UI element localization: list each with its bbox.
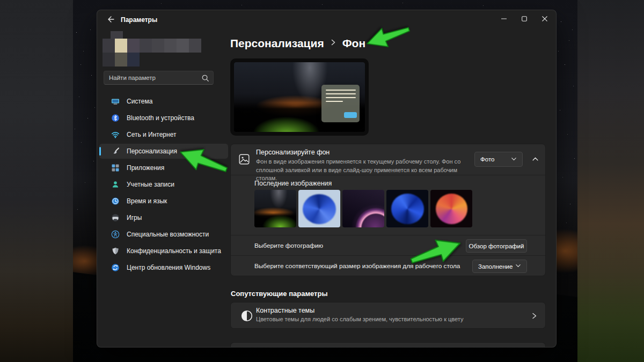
system-icon (111, 97, 120, 106)
profile-mosaic-cell (152, 39, 164, 53)
profile-mosaic-cell (103, 39, 115, 53)
sidebar-item-label: Время и язык (127, 197, 167, 205)
sidebar-item-label: Учетные записи (127, 181, 174, 188)
personalize-background-header[interactable]: Персонализируйте фон Фон в виде изображе… (231, 144, 545, 175)
selected-accent-bar (99, 147, 101, 156)
sidebar-item-gaming[interactable]: Игры (99, 210, 228, 225)
sidebar-item-windows-update[interactable]: Центр обновления Windows (99, 260, 228, 275)
contrast-themes-card[interactable]: Контрастные темы Цветовые темы для людей… (230, 302, 546, 329)
sidebar-item-system[interactable]: Система (99, 94, 228, 109)
sidebar-item-accessibility[interactable]: Специальные возможности (99, 227, 228, 242)
apps-icon (111, 164, 120, 172)
preview-mock-button (344, 112, 356, 118)
sidebar-item-time-language[interactable]: Время и язык (99, 194, 228, 209)
sidebar-item-accounts[interactable]: Учетные записи (99, 177, 228, 192)
image-fit-row: Выберите соответствующий размер изображе… (231, 255, 545, 276)
sidebar-item-network[interactable]: Сеть и Интернет (99, 127, 228, 142)
contrast-themes-description: Цветовые темы для людей со слабым зрение… (256, 316, 463, 322)
main-content: Персонализация Фон (230, 10, 546, 348)
recent-images-label: Последние изображения (254, 180, 332, 187)
search-icon (201, 74, 209, 84)
profile-mosaic-cell (115, 53, 127, 67)
breadcrumb-chevron-icon (330, 39, 336, 48)
chevron-down-icon (515, 263, 521, 270)
contrast-icon (241, 310, 253, 324)
window-title: Параметры (121, 16, 157, 24)
profile-mosaic-cell (177, 39, 189, 53)
search-input[interactable] (104, 71, 214, 85)
desktop-blur-left (0, 0, 73, 362)
sidebar-item-label: Сеть и Интернет (127, 131, 176, 138)
user-profile-redacted (103, 31, 204, 67)
search-field[interactable] (109, 72, 197, 84)
personalize-background-title: Персонализируйте фон (256, 149, 330, 156)
wallpaper-thumbnail-bloom-dark-blue[interactable] (386, 190, 428, 227)
personalize-background-card: Персонализируйте фон Фон в виде изображе… (230, 144, 546, 276)
preview-mock-window (321, 85, 360, 122)
personalization-icon (111, 147, 120, 156)
wallpaper-preview-image (234, 62, 365, 132)
recent-images-section: Последние изображения (231, 175, 545, 235)
sidebar-item-label: Приложения (127, 164, 164, 172)
collapse-section-button[interactable] (528, 155, 542, 165)
profile-mosaic-cell (127, 53, 140, 67)
wallpaper-thumbnail-bloom-multicolor[interactable] (430, 190, 472, 227)
wallpaper-thumbnail-purple-glow[interactable] (342, 190, 384, 227)
related-settings-header: Сопутствующие параметры (231, 290, 328, 298)
sidebar-item-label: Bluetooth и устройства (127, 114, 194, 122)
wallpaper-preview (230, 58, 369, 136)
profile-mosaic-cell (127, 39, 140, 53)
network-icon (111, 130, 120, 139)
sidebar-item-bluetooth[interactable]: Bluetooth и устройства (99, 110, 228, 125)
sidebar-item-label: Персонализация (127, 147, 177, 155)
sidebar-item-label: Конфиденциальность и защита (127, 247, 221, 255)
profile-mosaic-cell (111, 31, 123, 39)
chevron-down-icon (511, 156, 517, 163)
image-fit-dropdown[interactable]: Заполнение (472, 260, 527, 273)
breadcrumb: Персонализация Фон (230, 37, 365, 50)
sidebar-item-privacy[interactable]: Конфиденциальность и защита (99, 243, 228, 258)
accessibility-icon (111, 230, 120, 239)
windows-update-icon (111, 263, 120, 272)
privacy-icon (111, 247, 120, 255)
chevron-right-icon (531, 312, 538, 322)
wallpaper-thumbnail-night-sky[interactable] (254, 190, 296, 227)
choose-photo-row: Выберите фотографию Обзор фотографий (231, 235, 545, 255)
accounts-icon (111, 180, 120, 189)
background-type-value: Фото (480, 156, 494, 162)
gaming-icon (111, 213, 120, 222)
partial-settings-card[interactable] (230, 342, 546, 348)
breadcrumb-parent[interactable]: Персонализация (230, 37, 324, 50)
back-button[interactable] (103, 13, 119, 26)
profile-mosaic-cell (115, 39, 127, 53)
contrast-themes-title: Контрастные темы (256, 307, 314, 314)
bluetooth-icon (111, 114, 120, 122)
browse-photos-button[interactable]: Обзор фотографий (466, 239, 527, 253)
sidebar-item-label: Игры (127, 214, 142, 221)
background-type-dropdown[interactable]: Фото (474, 152, 523, 167)
breadcrumb-current: Фон (342, 37, 365, 50)
sidebar-item-label: Центр обновления Windows (127, 264, 210, 271)
choose-photo-label: Выберите фотографию (254, 242, 323, 249)
sidebar: СистемаBluetooth и устройстваСеть и Инте… (97, 28, 230, 347)
desktop-background: Параметры СистемаBlueto (0, 0, 644, 362)
chevron-up-icon (532, 156, 539, 164)
profile-mosaic-cell (103, 53, 115, 67)
sidebar-item-label: Специальные возможности (127, 231, 209, 238)
time-language-icon (111, 197, 120, 205)
image-fit-value: Заполнение (478, 263, 513, 270)
profile-mosaic-cell (189, 39, 201, 53)
wallpaper-thumbnail-bloom-light-blue[interactable] (298, 190, 340, 227)
sidebar-item-label: Система (127, 98, 152, 105)
settings-window: Параметры СистемаBlueto (97, 10, 557, 348)
back-arrow-icon (106, 15, 115, 25)
profile-mosaic-cell (164, 39, 177, 53)
sidebar-nav: СистемаBluetooth и устройстваСеть и Инте… (99, 94, 228, 277)
profile-mosaic-cell (140, 39, 152, 53)
picture-icon (239, 154, 250, 167)
recent-images-thumbnails (254, 190, 472, 227)
desktop-blur-right (577, 0, 644, 362)
